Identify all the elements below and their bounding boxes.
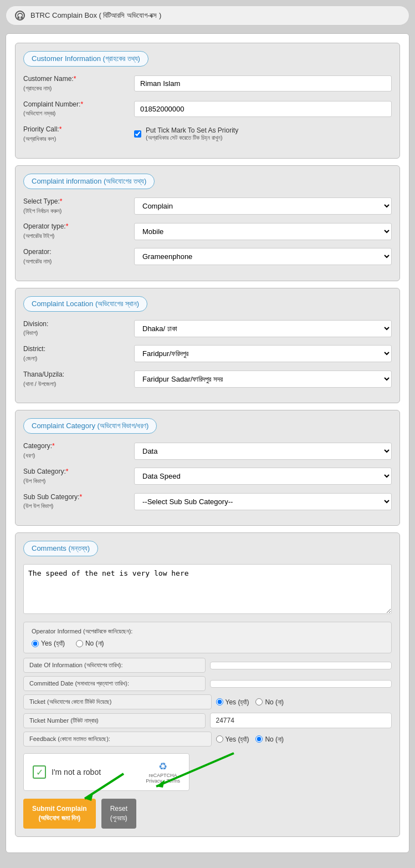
feedback-no-radio[interactable] xyxy=(255,735,263,743)
customer-info-header: Customer Information (গ্রাহকের তথ্য) xyxy=(23,51,148,67)
category-dropdown[interactable]: Data Voice SMS xyxy=(134,443,392,460)
feedback-radio-group: Yes (হ্যাঁ) No (না) xyxy=(216,735,392,743)
committed-date-label: Committed Date (সমাধানের প্রত্যাশা তারিখ… xyxy=(23,676,206,691)
operator-informed-no-radio[interactable] xyxy=(76,640,83,647)
ticket-number-value[interactable]: 24774 xyxy=(210,713,392,728)
sub-sub-category-dropdown[interactable]: --Select Sub Sub Category-- xyxy=(134,493,392,510)
operator-informed-label: Operator Informed (অপেরাটরকে জানিয়েছেন)… xyxy=(32,628,383,635)
select-type-row: Select Type:* (টাইপ নির্বাচন করুন) Compl… xyxy=(23,197,392,216)
thana-dropdown[interactable]: Faridpur Sadar/ফারিদপুর সদর xyxy=(134,370,392,388)
comments-header: Comments (মন্তব্য) xyxy=(23,541,98,556)
feedback-yes-radio[interactable] xyxy=(216,735,223,743)
sub-sub-category-value[interactable]: --Select Sub Sub Category-- xyxy=(134,493,392,510)
operator-informed-yes-label[interactable]: Yes (হ্যাঁ) xyxy=(32,639,65,647)
select-type-value[interactable]: Complain Query Suggestion xyxy=(134,197,392,215)
thana-value[interactable]: Faridpur Sadar/ফারিদপুর সদর xyxy=(134,370,392,388)
complaint-number-value[interactable] xyxy=(134,101,392,117)
operator-type-row: Operator type:* (অপারেটর টাইপ) Mobile In… xyxy=(23,222,392,241)
operator-label: Operator: (অপারেটর নাম) xyxy=(23,247,134,266)
customer-name-label: Customer Name:* (গ্রাহকের নাম) xyxy=(23,74,134,93)
ticket-row: Ticket (অভিযোগের কোনো টিকিট দিয়েছে) Yes… xyxy=(23,694,392,709)
operator-informed-subsection: Operator Informed (অপেরাটরকে জানিয়েছেন)… xyxy=(23,622,392,653)
committed-date-row: Committed Date (সমাধানের প্রত্যাশা তারিখ… xyxy=(23,676,392,691)
priority-checkbox-bengali: (অগ্রাধিকার সেট করেতে টিক চিহ্ন রাখুন) xyxy=(146,134,238,141)
district-value[interactable]: Faridpur/ফরিদপুর Dhaka/ঢাকা Gazipur/গাজী… xyxy=(134,345,392,362)
thana-label: Thana/Upzila: (থানা / উপজেলা) xyxy=(23,370,134,389)
division-label: Division: (বিভাগ) xyxy=(23,319,134,338)
district-row: District: (জেলা) Faridpur/ফরিদপুর Dhaka/… xyxy=(23,344,392,363)
ticket-number-row: Ticket Number (টিকিট নাম্বার) 24774 xyxy=(23,713,392,728)
operator-informed-radio-group: Yes (হ্যাঁ) No (না) xyxy=(32,639,383,647)
division-value[interactable]: Dhaka/ ঢাকা Chittagong/ চট্টগ্রাম Rajsha… xyxy=(134,320,392,337)
ticket-yes-label[interactable]: Yes (হ্যাঁ) xyxy=(216,698,249,706)
operator-informed-yes-radio[interactable] xyxy=(32,640,39,647)
division-dropdown[interactable]: Dhaka/ ঢাকা Chittagong/ চট্টগ্রাম Rajsha… xyxy=(134,320,392,337)
customer-info-section: Customer Information (গ্রাহকের তথ্য) Cus… xyxy=(15,43,400,159)
district-dropdown[interactable]: Faridpur/ফরিদপুর Dhaka/ঢাকা Gazipur/গাজী… xyxy=(134,345,392,362)
complaint-location-section: Complaint Location (অভিযোগের স্থান) Divi… xyxy=(15,288,400,404)
priority-call-label: Priority Call:* (অগ্রাধিকার কল) xyxy=(23,125,134,144)
thana-row: Thana/Upzila: (থানা / উপজেলা) Faridpur S… xyxy=(23,370,392,389)
sub-category-row: Sub Category:* (উপ বিভাগ) Data Speed Dat… xyxy=(23,467,392,486)
complaint-info-section: Complaint information (অভিযোগের তথ্য) Se… xyxy=(15,165,400,281)
sub-category-dropdown[interactable]: Data Speed Data Connectivity Data Billin… xyxy=(134,468,392,485)
feedback-row: Feedback (কোনো মতামত জানিয়েছে): Yes (হ্… xyxy=(23,732,392,747)
ticket-no-label[interactable]: No (না) xyxy=(255,698,284,706)
sub-sub-category-label: Sub Sub Category:* (উপ উপ বিভাগ) xyxy=(23,493,134,511)
division-row: Division: (বিভাগ) Dhaka/ ঢাকা Chittagong… xyxy=(23,319,392,338)
title-bar-text: BTRC Complain Box ( বিটিআরসি অভিযোগ-বক্স… xyxy=(30,11,161,20)
feedback-label: Feedback (কোনো মতামত জানিয়েছে): xyxy=(23,732,212,747)
ticket-number-label: Ticket Number (টিকিট নাম্বার) xyxy=(23,713,206,728)
operator-type-dropdown[interactable]: Mobile Internet Fixed xyxy=(134,223,392,240)
date-of-information-label: Date Of Information (অভিযোগের তারিখ): xyxy=(23,658,206,673)
comments-section: Comments (মন্তব্য) The speed of the net … xyxy=(15,532,400,837)
select-type-dropdown[interactable]: Complain Query Suggestion xyxy=(134,197,392,215)
priority-call-row: Priority Call:* (অগ্রাধিকার কল) Put Tick… xyxy=(23,125,392,144)
district-label: District: (জেলা) xyxy=(23,344,134,363)
priority-call-value: Put Tick Mark To Set As Priority (অগ্রাধ… xyxy=(134,126,392,141)
operator-type-value[interactable]: Mobile Internet Fixed xyxy=(134,223,392,240)
sub-category-value[interactable]: Data Speed Data Connectivity Data Billin… xyxy=(134,468,392,485)
complaint-info-header: Complaint information (অভিযোগের তথ্য) xyxy=(23,174,155,189)
svg-line-0 xyxy=(156,753,234,786)
ticket-yes-radio[interactable] xyxy=(216,698,223,705)
category-row: Category:* (ধরণ) Data Voice SMS xyxy=(23,441,392,460)
complaint-number-input[interactable] xyxy=(134,101,392,117)
ticket-radio-group: Yes (হ্যাঁ) No (না) xyxy=(216,698,392,706)
customer-name-value[interactable] xyxy=(134,75,392,92)
category-label: Category:* (ধরণ) xyxy=(23,441,134,460)
operator-type-label: Operator type:* (অপারেটর টাইপ) xyxy=(23,222,134,241)
svg-marker-1 xyxy=(156,780,165,788)
priority-checkbox[interactable] xyxy=(134,130,141,138)
button-row: Submit Complain (অভিযোগ জমা দিন) Reset (… xyxy=(23,799,392,829)
operator-informed-no-label[interactable]: No (না) xyxy=(76,639,104,647)
feedback-no-label[interactable]: No (না) xyxy=(255,735,284,743)
complaint-number-label: Complaint Number:* (অভিযোগ নম্বর) xyxy=(23,100,134,119)
date-of-information-value[interactable] xyxy=(210,662,392,669)
info-rows: Date Of Information (অভিযোগের তারিখ): Co… xyxy=(23,658,392,747)
feedback-yes-label[interactable]: Yes (হ্যাঁ) xyxy=(216,735,249,743)
customer-name-input[interactable] xyxy=(134,75,392,92)
operator-dropdown[interactable]: Grameenphone Banglalink Robi Airtel Tele… xyxy=(134,248,392,265)
ticket-label: Ticket (অভিযোগের কোনো টিকিট দিয়েছে) xyxy=(23,694,212,709)
sub-sub-category-row: Sub Sub Category:* (উপ উপ বিভাগ) --Selec… xyxy=(23,493,392,511)
select-type-label: Select Type:* (টাইপ নির্বাচন করুন) xyxy=(23,197,134,216)
comments-textarea[interactable]: The speed of the net is very low here xyxy=(23,564,392,614)
complaint-location-header: Complaint Location (অভিযোগের স্থান) xyxy=(23,296,147,312)
priority-checkbox-label: Put Tick Mark To Set As Priority xyxy=(146,126,238,134)
date-of-information-row: Date Of Information (অভিযোগের তারিখ): xyxy=(23,658,392,673)
captcha-check-icon: ✓ xyxy=(33,765,46,779)
customer-name-row: Customer Name:* (গ্রাহকের নাম) xyxy=(23,74,392,93)
ticket-no-radio[interactable] xyxy=(255,698,263,705)
headset-icon: 🎧 xyxy=(15,11,25,21)
category-value[interactable]: Data Voice SMS xyxy=(134,443,392,460)
title-bar: 🎧 BTRC Complain Box ( বিটিআরসি অভিযোগ-বক… xyxy=(6,6,409,26)
sub-category-label: Sub Category:* (উপ বিভাগ) xyxy=(23,467,134,486)
complaint-category-section: Complaint Category (অভিযোগ বিভাগ/ধরণ) Ca… xyxy=(15,410,400,526)
complaint-category-header: Complaint Category (অভিযোগ বিভাগ/ধরণ) xyxy=(23,418,157,434)
operator-row: Operator: (অপারেটর নাম) Grameenphone Ban… xyxy=(23,247,392,266)
committed-date-value[interactable] xyxy=(210,680,392,688)
green-arrow-decoration xyxy=(134,748,245,792)
operator-value[interactable]: Grameenphone Banglalink Robi Airtel Tele… xyxy=(134,248,392,265)
green-arrow2-decoration xyxy=(68,771,135,804)
